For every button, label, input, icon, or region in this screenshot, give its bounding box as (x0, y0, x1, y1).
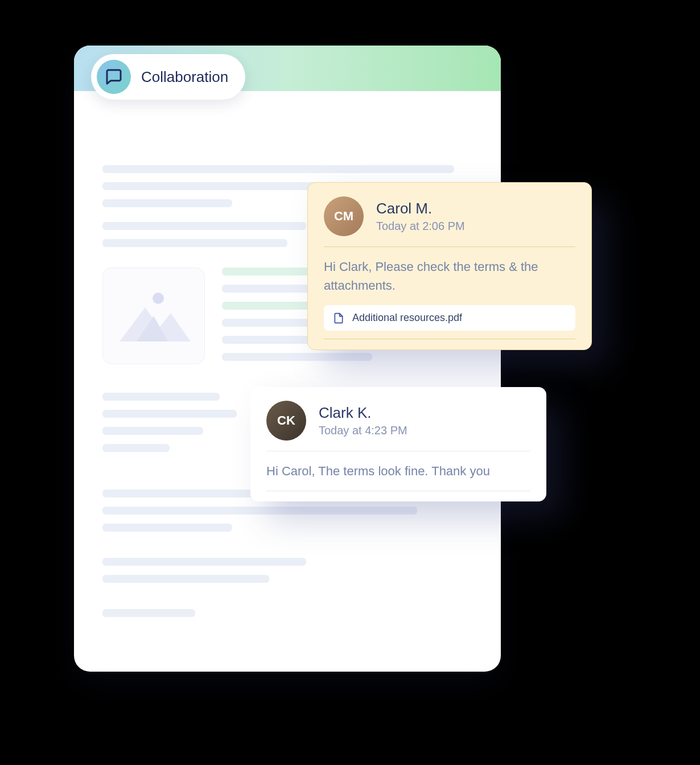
image-placeholder (102, 268, 205, 364)
comment-time: Today at 2:06 PM (376, 220, 465, 233)
comment-message: Hi Carol, The terms look fine. Thank you (266, 462, 530, 480)
svg-point-0 (153, 293, 164, 304)
divider (324, 339, 575, 339)
comment-author: Carol M. (376, 200, 465, 217)
comment-time: Today at 4:23 PM (319, 424, 407, 437)
comment-message: Hi Clark, Please check the terms & the a… (324, 257, 575, 295)
avatar: CK (266, 401, 306, 441)
divider (266, 451, 530, 451)
divider (324, 246, 575, 247)
collaboration-label: Collaboration (141, 68, 228, 86)
comment-card-clark[interactable]: CK Clark K. Today at 4:23 PM Hi Carol, T… (250, 387, 546, 501)
divider (266, 491, 530, 491)
file-icon (333, 312, 344, 324)
attachment-chip[interactable]: Additional resources.pdf (324, 305, 575, 331)
comment-author: Clark K. (319, 404, 407, 422)
attachment-filename: Additional resources.pdf (352, 312, 462, 324)
collaboration-pill: Collaboration (91, 54, 245, 100)
document-body (74, 91, 501, 649)
chat-bubble-icon (97, 60, 131, 94)
comment-card-carol[interactable]: CM Carol M. Today at 2:06 PM Hi Clark, P… (307, 182, 592, 350)
avatar: CM (324, 196, 364, 236)
document-card (74, 46, 501, 672)
